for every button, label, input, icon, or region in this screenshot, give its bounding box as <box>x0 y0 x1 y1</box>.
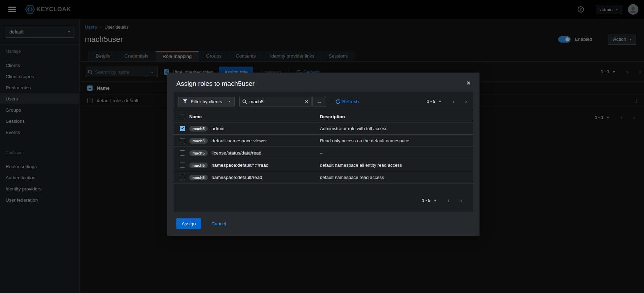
row-checkbox[interactable] <box>180 138 185 143</box>
divider <box>331 97 331 106</box>
filter-dropdown-label: Filter by clients <box>191 99 222 104</box>
pagination-range: 1 - 5 <box>422 198 430 203</box>
filter-by-clients-dropdown[interactable]: Filter by clients <box>178 97 235 106</box>
cancel-button[interactable]: Cancel <box>212 221 226 226</box>
modal-footer: Assign Cancel <box>167 212 480 235</box>
table-header-row: Name Description <box>174 111 473 122</box>
chevron-down-icon[interactable] <box>434 199 436 202</box>
assign-button[interactable]: Assign <box>176 218 201 229</box>
pagination-prev-icon[interactable] <box>452 99 454 104</box>
pagination-next-icon[interactable] <box>465 99 467 104</box>
modal-pagination-top: 1 - 5 <box>427 99 467 104</box>
role-name: license/status/data/read <box>212 150 262 156</box>
available-roles-table: Name Description mach5admin Administrato… <box>174 111 473 183</box>
chevron-down-icon[interactable] <box>439 100 441 103</box>
clear-search-icon[interactable] <box>305 99 308 104</box>
table-row[interactable]: mach5license/status/data/read – <box>174 147 473 159</box>
table-row[interactable]: mach5namespace:default/read default name… <box>174 171 473 183</box>
name-column-header: Name <box>189 114 320 119</box>
close-icon[interactable] <box>467 80 470 86</box>
client-badge: mach5 <box>189 150 208 156</box>
modal-header: Assign roles to mach5user <box>167 73 480 88</box>
pagination-range: 1 - 5 <box>427 99 435 104</box>
table-row[interactable]: mach5admin Administrator role with full … <box>174 122 473 135</box>
role-description: default namespace read access <box>320 175 473 180</box>
modal-refresh-button[interactable]: Refresh <box>336 99 359 104</box>
modal-search-input[interactable] <box>249 99 302 104</box>
table-row[interactable]: mach5namespace:default/*:*/read default … <box>174 159 473 171</box>
role-description: default namespace all entity read access <box>320 163 473 168</box>
role-description: Read only access on the default namespac… <box>320 138 473 143</box>
assign-roles-modal: Assign roles to mach5user Filter by clie… <box>167 73 480 236</box>
refresh-icon <box>336 99 340 104</box>
description-column-header: Description <box>320 114 473 119</box>
modal-body-panel: Filter by clients Refresh 1 - 5 <box>174 92 473 212</box>
chevron-down-icon <box>228 100 230 103</box>
modal-search-field[interactable] <box>239 97 312 106</box>
pagination-prev-icon[interactable] <box>447 198 449 203</box>
select-all-checkbox[interactable] <box>180 114 185 119</box>
modal-title: Assign roles to mach5user <box>176 80 470 88</box>
role-description: – <box>320 150 473 156</box>
row-checkbox[interactable] <box>180 175 185 180</box>
role-name: admin <box>212 126 225 131</box>
role-name: namespace:default/read <box>212 175 262 180</box>
role-description: Administrator role with full access <box>320 126 473 131</box>
row-checkbox[interactable] <box>180 126 185 131</box>
keycloak-admin-console: KEYCLOAK admin default <box>0 0 644 293</box>
modal-search-submit-button[interactable] <box>312 97 326 106</box>
client-badge: mach5 <box>189 126 208 132</box>
refresh-label: Refresh <box>342 99 359 104</box>
modal-pagination-bottom: 1 - 5 <box>422 198 462 203</box>
client-badge: mach5 <box>189 175 208 180</box>
role-name: default-namespace-viewer <box>212 138 267 143</box>
role-name: namespace:default/*:*/read <box>212 163 269 168</box>
table-row[interactable]: mach5default-namespace-viewer Read only … <box>174 135 473 147</box>
client-badge: mach5 <box>189 163 208 168</box>
row-checkbox[interactable] <box>180 163 185 168</box>
client-badge: mach5 <box>189 138 208 144</box>
pagination-next-icon[interactable] <box>460 198 462 203</box>
search-icon <box>242 99 247 104</box>
modal-toolbar: Filter by clients Refresh 1 - 5 <box>178 97 468 106</box>
row-checkbox[interactable] <box>180 150 185 156</box>
filter-icon <box>183 99 187 104</box>
